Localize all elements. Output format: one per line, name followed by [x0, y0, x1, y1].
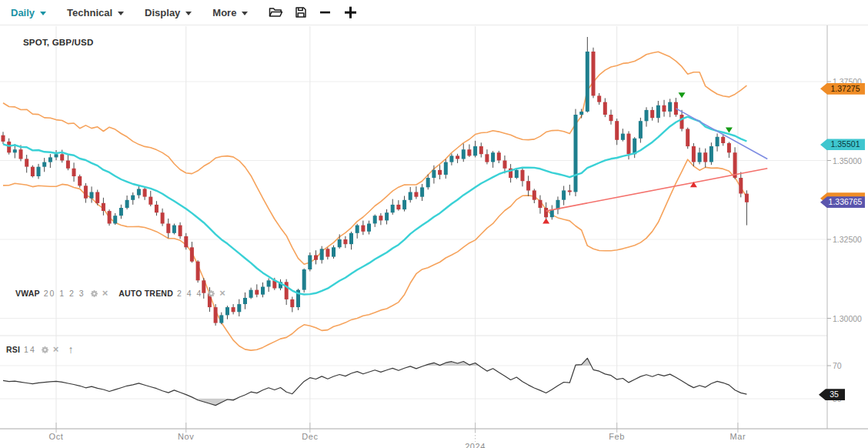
rsi-indicator-params: 14 [24, 345, 36, 354]
gear-icon[interactable] [207, 289, 215, 298]
zoom-in-icon[interactable] [343, 5, 358, 19]
gear-icon[interactable] [41, 346, 49, 354]
candles [2, 37, 749, 326]
vwap-indicator-label: VWAP [15, 289, 40, 298]
symbol-label: SPOT, GBP/USD [23, 38, 93, 47]
last-price-badge: 1.336765 [820, 196, 865, 208]
upper-band-price-badge: 1.37275 [820, 83, 865, 95]
x-axis-label: Dec [302, 432, 318, 441]
technical-menu[interactable]: Technical [67, 7, 124, 18]
y-axis-label: 1.35000 [833, 156, 862, 165]
technical-menu-label: Technical [67, 7, 112, 18]
toolbar: Daily Technical Display More [0, 0, 868, 25]
close-icon[interactable]: × [219, 289, 225, 297]
display-menu[interactable]: Display [145, 7, 192, 18]
indicator-legend: VWAP 20 1 2 3 × AUTO TREND 2 4 4 × [15, 289, 225, 298]
arrow-up-icon[interactable]: ↑ [68, 343, 73, 356]
vwap-price-badge: 1.35501 [820, 139, 865, 150]
auto-trend-indicator-params: 2 4 4 [177, 289, 202, 298]
timeframe-menu[interactable]: Daily [11, 7, 46, 18]
chevron-down-icon [118, 12, 124, 15]
price-chart-canvas[interactable] [0, 0, 868, 448]
vwap-bands [3, 52, 746, 350]
x-axis-label: Feb [609, 432, 625, 441]
x-axis-label: Mar [730, 432, 746, 441]
auto-trend-indicator-label: AUTO TREND [119, 289, 173, 298]
timeframe-menu-label: Daily [11, 7, 35, 18]
x-axis-label: Nov [178, 432, 194, 441]
folder-open-icon[interactable] [269, 6, 283, 18]
rsi-level-label: 70 [833, 361, 842, 370]
more-menu[interactable]: More [212, 7, 248, 18]
x-axis-label: 2024 [465, 442, 486, 448]
y-axis-label: 1.32500 [833, 235, 862, 244]
rsi-indicator-legend: RSI 14 × ↑ [6, 343, 73, 356]
chevron-down-icon [40, 12, 46, 15]
vwap-indicator-params: 20 1 2 3 [44, 289, 85, 298]
zoom-out-icon[interactable] [319, 6, 332, 18]
buy-signal-icon [542, 219, 549, 224]
rsi-line [3, 358, 746, 405]
sell-signal-icon [726, 127, 733, 132]
save-icon[interactable] [295, 6, 307, 18]
display-menu-label: Display [145, 7, 180, 18]
gear-icon[interactable] [90, 289, 98, 298]
sell-signal-icon [679, 92, 686, 98]
close-icon[interactable]: × [53, 346, 59, 353]
auto-trend-line [676, 109, 767, 159]
y-axis-label: 1.30000 [833, 314, 862, 323]
chevron-down-icon [185, 12, 192, 15]
more-menu-label: More [212, 7, 236, 18]
close-icon[interactable]: × [102, 289, 108, 297]
rsi-indicator-label: RSI [6, 345, 20, 354]
x-axis-label: Oct [49, 432, 64, 441]
chevron-down-icon [242, 12, 248, 15]
